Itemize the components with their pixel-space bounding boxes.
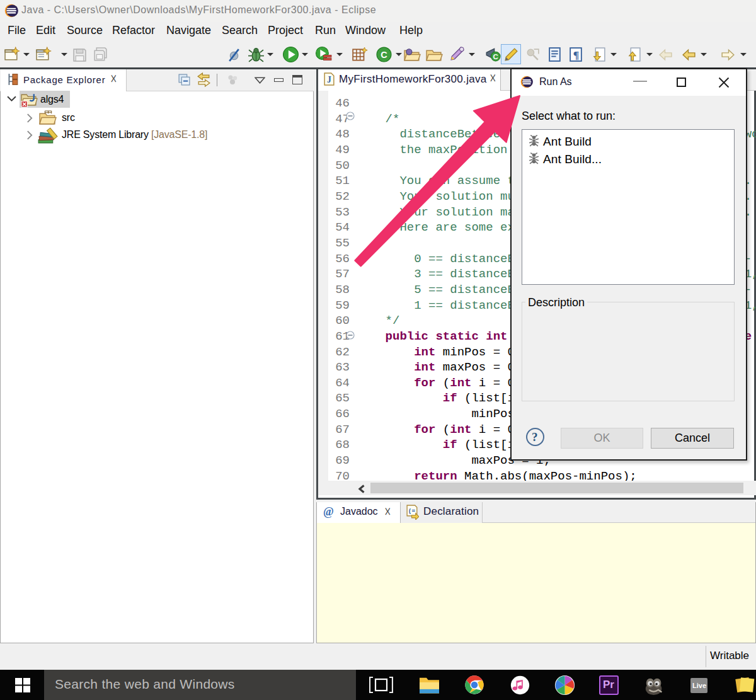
svg-text:J: J: [327, 75, 331, 84]
svg-text:C: C: [493, 53, 498, 60]
svg-text:(=: (=: [408, 508, 416, 515]
svg-text:C: C: [381, 50, 387, 60]
svg-text:¶: ¶: [573, 49, 580, 61]
